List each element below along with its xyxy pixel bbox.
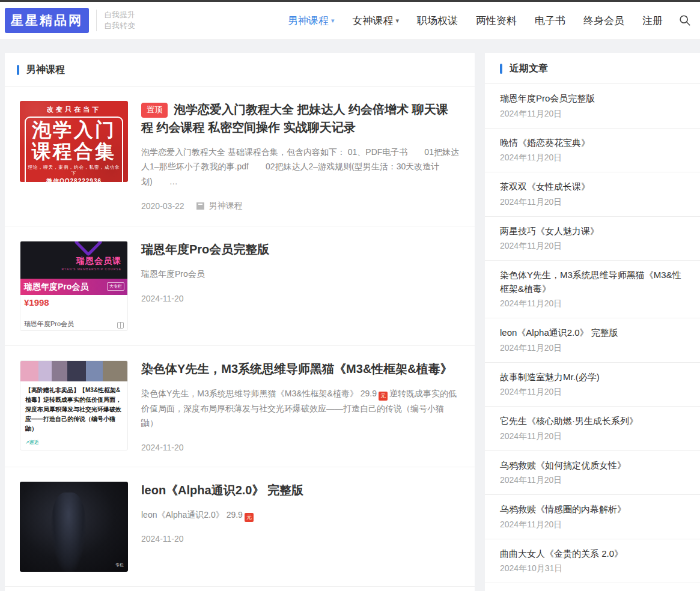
recent-post-item[interactable]: 它先生《核心助燃·男生成长系列》 2024年11月20日 [485,407,700,451]
article-row: CHARMING 【魅力Mr.】 掌握吸引密码 散发男人魅力 魅力Mr. （必学… [5,587,475,591]
article-title[interactable]: 瑞恩年度Pro会员完整版 [141,241,460,258]
excerpt-pre: 染色体Y先生，M3系统思维导师黑猫《M3&性框架&植毒》 29.9 [141,389,377,398]
article-title[interactable]: 置顶泡学恋爱入门教程大全 把妹达人 约会倍增术 聊天课程 约会课程 私密空间操作… [141,101,460,136]
article-title[interactable]: 染色体Y先生，M3系统思维导师黑猫《M3&性框架&植毒》 [141,360,460,378]
sidebar-title: 近期文章 [510,62,548,75]
thumb-corner-tag: 专栏 [115,562,124,568]
recent-post-title[interactable]: 乌鸦救赎《如何搞定优质女性》 [500,459,685,473]
recent-posts-card: 近期文章 瑞恩年度Pro会员完整版 2024年11月20日 晚情《婚恋葵花宝典》… [485,53,700,591]
article-title-text: 泡学恋爱入门教程大全 把妹达人 约会倍增术 聊天课程 约会课程 私密空间操作 实… [141,103,448,134]
recent-post-title[interactable]: 晚情《婚恋葵花宝典》 [500,136,685,150]
recent-post-item[interactable]: 两星技巧《女人魅力课》 2024年11月20日 [485,217,700,261]
article-row: 【高阶赠礼非卖品】【M3&性框架&植毒】逆转既成事实的低价值局面，深度布局厚积薄… [5,346,475,467]
recent-post-title[interactable]: leon《Alpha通识2.0》 完整版 [500,326,685,340]
recent-post-title[interactable]: 乌鸦救赎《情感圈的内幕解析》 [500,503,685,517]
recent-post-item[interactable]: 瑞恩年度Pro会员完整版 2024年11月20日 [485,84,700,129]
nav-item[interactable]: 电子书 [535,14,565,28]
thumb-banner: 瑞恩年度Pro会员 大专栏 [20,279,127,295]
thumb-silhouette [51,492,86,572]
nav-item[interactable]: 终身会员 [583,14,624,28]
article-row: 瑞恩会员课 RYAN'S MEMBERSHIP COURSE 瑞恩年度Pro会员… [5,226,475,346]
accent-bar [500,64,502,74]
recent-post-date: 2024年11月20日 [500,431,685,442]
thumb-text: 【高阶赠礼非卖品】【M3&性框架&植毒】逆转既成事实的低价值局面，深度布局厚积薄… [20,381,127,434]
recent-post-date: 2024年11月20日 [500,109,685,120]
recent-post-date: 2024年11月20日 [500,299,685,309]
recent-post-date: 2024年11月20日 [500,343,685,354]
article-thumbnail[interactable]: 瑞恩会员课 RYAN'S MEMBERSHIP COURSE 瑞恩年度Pro会员… [20,241,128,331]
recent-post-item[interactable]: 乌鸦救赎《如何搞定优质女性》 2024年11月20日 [485,451,700,496]
yuan-badge-icon: 元 [245,513,254,522]
recent-post-title[interactable]: 茶双双《女性成长课》 [500,180,685,194]
article-date: 2024-11-20 [141,443,184,452]
thumb-big-text-2: 课程合集 [27,141,121,163]
article-excerpt: 染色体Y先生，M3系统思维导师黑猫《M3&性框架&植毒》 29.9元逆转既成事实… [141,386,460,431]
thumb-brand-subtext: RYAN'S MEMBERSHIP COURSE [62,267,121,271]
thumb-contact-text: 微信QQ28222936 [27,177,121,186]
article-thumbnail[interactable]: 专栏 [20,482,128,572]
recent-post-date: 2024年11月20日 [500,387,685,398]
accent-bar [17,65,19,75]
recent-post-item[interactable]: 茶艺大师《情绪价值》 2024年10月28日 [485,583,700,591]
article-date: 2020-03-22 [141,201,184,211]
recent-post-date: 2024年11月20日 [500,241,685,252]
thumb-photo-area: 瑞恩会员课 RYAN'S MEMBERSHIP COURSE [20,241,127,279]
section-title: 男神课程 [26,64,65,76]
recent-post-title[interactable]: 它先生《核心助燃·男生成长系列》 [500,414,685,428]
article-date: 2024-11-20 [141,294,184,303]
recent-post-date: 2024年11月20日 [500,475,685,486]
recent-post-item[interactable]: 染色体Y先生，M3系统思维导师黑猫《M3&性框架&植毒》 2024年11月20日 [485,261,700,318]
recent-post-item[interactable]: 曲曲大女人《金贵的关系 2.0》 2024年10月31日 [485,539,700,584]
site-header: 星星精品网 自我提升 自我转变 男神课程女神课程职场权谋两性资料电子书终身会员注… [0,2,700,40]
recent-post-title[interactable]: 故事制造室魅力Mr.(必学) [500,371,685,384]
recent-post-title[interactable]: 曲曲大女人《金贵的关系 2.0》 [500,547,685,561]
site-tagline: 自我提升 自我转变 [96,10,135,31]
nav-item[interactable]: 注册 [642,14,663,28]
thumb-brand-text: 瑞恩会员课 [76,256,121,267]
course-list-card: 男神课程 改变只在当下 泡学入门 课程合集 理论，聊天，案例，约会，私密，成功拿… [5,53,475,591]
nav-item[interactable]: 两性资料 [476,14,517,28]
recent-post-title[interactable]: 两星技巧《女人魅力课》 [500,225,685,238]
thumb-top-text: 改变只在当下 [25,105,123,114]
article-date: 2024-11-20 [141,534,184,544]
pinned-badge: 置顶 [141,103,168,118]
article-meta: 2020-03-22 男神课程 [141,201,460,211]
sidebar-header: 近期文章 [485,53,700,84]
recent-post-date: 2024年10月31日 [500,563,685,574]
recent-posts-list: 瑞恩年度Pro会员完整版 2024年11月20日 晚情《婚恋葵花宝典》 2024… [485,84,700,591]
article-excerpt: leon《Alpha通识2.0》 29.9元 [141,508,460,523]
recent-post-title[interactable]: 瑞恩年度Pro会员完整版 [500,92,685,106]
recent-post-date: 2024年11月20日 [500,153,685,163]
article-excerpt: 泡学恋爱入门教程大全 基础课程合集，包含内容如下： 01、PDF电子书 01把妹… [141,145,460,189]
search-icon[interactable] [678,14,692,27]
recent-post-item[interactable]: 晚情《婚恋葵花宝典》 2024年11月20日 [485,129,700,173]
thumb-banner-text: 瑞恩年度Pro会员 [24,282,88,292]
diamond-logo-icon [74,241,103,256]
recent-post-item[interactable]: leon《Alpha通识2.0》 完整版 2024年11月20日 [485,318,700,363]
article-thumbnail[interactable]: 改变只在当下 泡学入门 课程合集 理论，聊天，案例，约会，私密，成功拿下 微信Q… [20,101,128,182]
article-thumbnail[interactable]: 【高阶赠礼非卖品】【M3&性框架&植毒】逆转既成事实的低价值局面，深度布局厚积薄… [20,360,128,450]
thumb-watermark-icon [117,322,124,329]
excerpt-pre: leon《Alpha通识2.0》 29.9 [141,510,243,520]
category-book-icon [196,202,204,210]
main-nav: 男神课程女神课程职场权谋两性资料电子书终身会员注册 [288,14,663,28]
thumb-info-area: ¥1998 瑞恩年度Pro会员 [20,295,127,330]
recent-post-date: 2024年11月20日 [500,197,685,208]
nav-item[interactable]: 职场权谋 [417,14,458,28]
thumb-banner-tag: 大专栏 [107,282,124,291]
recent-post-date: 2024年11月20日 [500,520,685,530]
thumb-photo-strip [20,361,127,381]
article-row: 专栏 leon《Alpha通识2.0》 完整版 leon《Alpha通识2.0》… [5,467,475,587]
recent-post-item[interactable]: 茶双双《女性成长课》 2024年11月20日 [485,172,700,217]
site-logo[interactable]: 星星精品网 [5,8,89,33]
nav-item[interactable]: 女神课程 [352,14,399,28]
recent-post-title[interactable]: 染色体Y先生，M3系统思维导师黑猫《M3&性框架&植毒》 [500,268,685,296]
category-link[interactable]: 男神课程 [209,201,243,211]
thumb-link: ↗邂逅 [25,439,123,446]
tagline-line1: 自我提升 [104,10,135,20]
thumb-big-text-1: 泡学入门 [27,120,121,141]
nav-item[interactable]: 男神课程 [288,14,335,28]
recent-post-item[interactable]: 乌鸦救赎《情感圈的内幕解析》 2024年11月20日 [485,495,700,539]
recent-post-item[interactable]: 故事制造室魅力Mr.(必学) 2024年11月20日 [485,363,700,407]
article-title[interactable]: leon《Alpha通识2.0》 完整版 [141,482,460,499]
